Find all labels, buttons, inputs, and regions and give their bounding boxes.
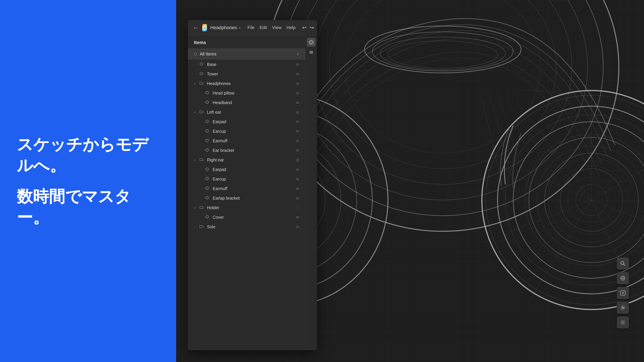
left-panel: スケッチからモデルへ。 数時間でマスター。	[0, 0, 176, 362]
expand-icon-right-ear[interactable]: ∨	[194, 158, 197, 162]
svg-point-147	[296, 226, 299, 228]
svg-point-73	[296, 83, 299, 85]
menu-edit[interactable]: Edit	[260, 25, 267, 30]
tree-item-headphones[interactable]: ∨ Headphones	[188, 79, 305, 88]
tree-item-left-ear[interactable]: ∨ Left ear	[188, 107, 305, 117]
headline: スケッチからモデルへ。	[17, 134, 159, 176]
visibility-icon-earpad-left[interactable]	[296, 120, 299, 124]
svg-point-105	[296, 140, 299, 142]
item-label-earcup-left: Earcup	[213, 129, 294, 134]
box-icon-earmuff-right	[205, 186, 210, 191]
tree-item-base[interactable]: Base	[188, 60, 305, 69]
undo-button[interactable]: ↩	[302, 25, 306, 30]
svg-line-31	[490, 94, 517, 196]
svg-point-66	[297, 64, 298, 65]
back-button[interactable]: ←	[193, 24, 199, 31]
expand-icon-sole[interactable]: ›	[194, 225, 197, 228]
svg-line-168	[624, 309, 624, 309]
svg-point-74	[297, 83, 298, 84]
tree-item-headband[interactable]: Headband	[188, 98, 305, 107]
tree-item-earpad-left[interactable]: Earpad	[188, 117, 305, 126]
tree-item-right-ear[interactable]: ∨ Right ear	[188, 155, 305, 165]
svg-point-72	[297, 73, 298, 75]
tree-item-earmuff-left[interactable]: Earmuff	[188, 136, 305, 146]
right-panel: ← Headphones ∨ File	[176, 0, 644, 362]
svg-point-99	[296, 130, 299, 132]
svg-marker-149	[309, 40, 313, 44]
visibility-icon-holder[interactable]	[296, 206, 299, 210]
svg-point-100	[297, 131, 298, 132]
visibility-icon-earmuff-left[interactable]	[296, 139, 299, 143]
visibility-icon-earmuff-right[interactable]	[296, 187, 299, 191]
float-search-btn[interactable]	[617, 257, 629, 270]
svg-line-42	[529, 200, 591, 302]
float-transform-btn[interactable]	[617, 302, 629, 314]
visibility-icon-ear-bracket-left[interactable]	[296, 148, 299, 153]
tree-item-holder[interactable]: ∨ Holder	[188, 203, 305, 213]
tree-item-earcup-right[interactable]: Earcup	[188, 174, 305, 184]
tree-item-earmuff-right[interactable]: Earmuff	[188, 184, 305, 193]
float-plus-btn[interactable]	[617, 287, 629, 299]
float-add-point-btn[interactable]	[617, 272, 629, 284]
menu-help[interactable]: Help	[286, 25, 295, 30]
folder-icon-right-ear	[200, 158, 204, 162]
svg-marker-54	[204, 26, 206, 29]
visibility-icon-sole[interactable]	[296, 225, 299, 229]
visibility-icon-left-ear[interactable]	[296, 110, 299, 114]
visibility-icon-headband[interactable]	[296, 100, 299, 105]
tree-item-earpad-right[interactable]: Earpad	[188, 165, 305, 174]
visibility-icon-tower[interactable]	[296, 72, 299, 76]
box-icon-headband	[205, 100, 210, 105]
tree-item-sole[interactable]: › Sole	[188, 222, 305, 232]
svg-point-114	[297, 160, 298, 161]
toolbar-btn-component[interactable]	[307, 38, 316, 46]
tree-item-tower[interactable]: Tower	[188, 69, 305, 79]
svg-line-40	[592, 200, 644, 239]
visibility-icon-headphones[interactable]	[296, 81, 299, 86]
svg-point-125	[296, 178, 299, 180]
visibility-icon-cover[interactable]	[296, 215, 299, 220]
visibility-icon-right-ear[interactable]	[296, 158, 299, 162]
item-label-earmuff-right: Earmuff	[213, 186, 294, 191]
project-name[interactable]: Headphones ∨	[210, 25, 241, 30]
svg-point-93	[296, 121, 299, 123]
expand-icon-headphones[interactable]: ∨	[194, 82, 197, 85]
svg-point-131	[296, 188, 299, 190]
visibility-icon-base[interactable]	[296, 62, 299, 67]
svg-line-32	[498, 92, 529, 192]
title-bar: ← Headphones ∨ File	[188, 20, 317, 35]
tree-item-earlap-bracket-right[interactable]: Earlap bracket	[188, 193, 305, 203]
redo-button[interactable]: ↪	[310, 25, 314, 30]
folder-icon-holder	[200, 205, 204, 210]
visibility-icon-earcup-left[interactable]	[296, 129, 299, 134]
app-logo	[202, 24, 207, 31]
toolbar-btn-layers[interactable]	[307, 48, 316, 57]
tree-item-head-pillow[interactable]: Head pillow	[188, 88, 305, 98]
svg-point-27	[372, 32, 513, 71]
expand-icon-left-ear[interactable]: ∨	[194, 111, 197, 114]
float-settings-btn[interactable]	[617, 317, 629, 329]
menu-view[interactable]: View	[272, 25, 282, 30]
expand-icon-holder[interactable]: ∨	[194, 206, 197, 209]
visibility-icon-earcup-right[interactable]	[296, 177, 299, 181]
tree-item-cover[interactable]: Cover	[188, 213, 305, 222]
all-items-row[interactable]: ⬡ All Items ∨	[188, 48, 305, 60]
visibility-icon-earlap-bracket-right[interactable]	[296, 196, 299, 200]
app-window: ← Headphones ∨ File	[188, 20, 317, 350]
tree-item-earcup-left[interactable]: Earcup	[188, 126, 305, 136]
item-label-holder: Holder	[207, 205, 294, 210]
svg-point-126	[297, 179, 298, 180]
box-icon-earcup-right	[205, 177, 210, 182]
menu-file[interactable]: File	[248, 25, 254, 30]
item-label-earmuff-left: Earmuff	[213, 138, 294, 143]
tree-item-ear-bracket-left[interactable]: Ear bracket	[188, 146, 305, 155]
svg-line-169	[624, 306, 624, 307]
folder-icon-sole	[200, 225, 204, 229]
box-icon-ear-bracket-left	[205, 148, 210, 153]
visibility-icon-earpad-right[interactable]	[296, 167, 299, 172]
visibility-icon-head-pillow[interactable]	[296, 91, 299, 95]
svg-point-4	[329, 0, 556, 169]
item-label-base: Base	[207, 62, 294, 67]
sidebar-content: ⬡ All Items ∨ Base	[188, 48, 305, 350]
svg-point-0	[267, 0, 619, 231]
